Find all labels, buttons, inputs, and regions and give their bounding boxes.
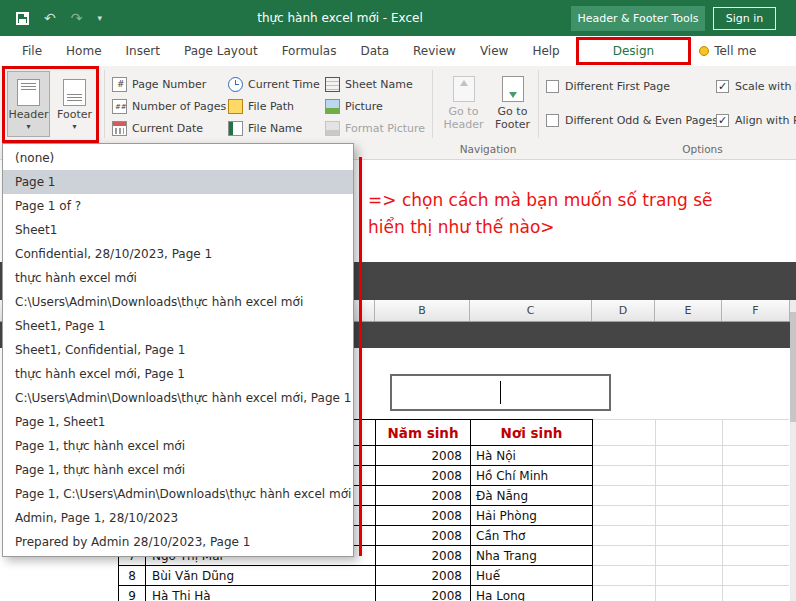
cell-year[interactable]: 2008 bbox=[376, 586, 471, 601]
cell-stt[interactable]: 9 bbox=[119, 586, 146, 601]
footer-button-label: Footer bbox=[57, 108, 92, 121]
cell-city[interactable]: Hạ Long bbox=[471, 586, 593, 601]
picture-button[interactable]: Picture bbox=[325, 97, 383, 116]
gridline bbox=[593, 565, 789, 566]
different-odd-even-label: Different Odd & Even Pages bbox=[565, 114, 718, 127]
redo-icon[interactable]: ↷ bbox=[71, 11, 83, 25]
cell-city[interactable]: Hải Phòng bbox=[471, 506, 593, 526]
cell-year[interactable]: 2008 bbox=[376, 446, 471, 466]
header-dropdown-item[interactable]: Confidential, 28/10/2023, Page 1 bbox=[3, 242, 353, 266]
header-dropdown-item[interactable]: thực hành excel mới, Page 1 bbox=[3, 362, 353, 386]
save-icon[interactable] bbox=[16, 12, 29, 25]
checkbox-icon[interactable] bbox=[546, 80, 559, 93]
header-dropdown-item[interactable]: Page 1 of ? bbox=[3, 194, 353, 218]
gridline bbox=[655, 419, 656, 601]
checkbox-icon[interactable]: ✓ bbox=[716, 114, 729, 127]
page-number-button[interactable]: Page Number bbox=[112, 75, 206, 94]
header-dropdown-item[interactable]: (none) bbox=[3, 146, 353, 170]
gridline bbox=[593, 505, 789, 506]
tab-data[interactable]: Data bbox=[348, 36, 401, 66]
undo-icon[interactable]: ↶ bbox=[44, 11, 56, 25]
tab-view[interactable]: View bbox=[468, 36, 520, 66]
scrollbar-thumb[interactable] bbox=[790, 312, 796, 422]
header-dropdown-item[interactable]: thực hành excel mới bbox=[3, 266, 353, 290]
cell-year[interactable]: 2008 bbox=[376, 566, 471, 586]
header-dropdown-item[interactable]: Sheet1, Confidential, Page 1 bbox=[3, 338, 353, 362]
sign-in-button[interactable]: Sign in bbox=[713, 7, 776, 30]
file-icon bbox=[228, 121, 243, 136]
format-picture-icon bbox=[325, 121, 340, 136]
current-time-button[interactable]: Current Time bbox=[228, 75, 320, 94]
tab-formulas[interactable]: Formulas bbox=[270, 36, 349, 66]
cell-city[interactable]: Hà Nội bbox=[471, 446, 593, 466]
go-to-footer-button[interactable]: Go to Footer bbox=[489, 70, 536, 136]
column-header-F[interactable]: F bbox=[722, 300, 790, 321]
header-dropdown-menu: (none) Page 1 Page 1 of ? Sheet1 Confide… bbox=[2, 143, 354, 557]
customize-qat-icon[interactable]: ▾ bbox=[97, 11, 102, 25]
number-of-pages-button[interactable]: Number of Pages bbox=[112, 97, 226, 116]
align-with-margins-checkbox[interactable]: ✓ Align with P bbox=[716, 114, 796, 127]
column-header-B[interactable]: B bbox=[375, 300, 470, 321]
file-name-button[interactable]: File Name bbox=[228, 119, 302, 138]
cell-year[interactable]: 2008 bbox=[376, 486, 471, 506]
column-header-D[interactable]: D bbox=[592, 300, 655, 321]
cell-year[interactable]: 2008 bbox=[376, 526, 471, 546]
tab-review[interactable]: Review bbox=[401, 36, 468, 66]
header-dropdown-item[interactable]: Prepared by Admin 28/10/2023, Page 1 bbox=[3, 530, 353, 554]
header-dropdown-item[interactable]: Page 1, thực hành excel mới bbox=[3, 434, 353, 458]
different-odd-even-checkbox[interactable]: Different Odd & Even Pages bbox=[546, 114, 718, 127]
cell-city[interactable]: Hồ Chí Minh bbox=[471, 466, 593, 486]
tell-me-box[interactable]: Tell me bbox=[699, 44, 756, 58]
window-title: thực hành excel mới - Excel bbox=[205, 11, 475, 25]
scale-with-document-checkbox[interactable]: ✓ Scale with D bbox=[716, 80, 796, 93]
header-dropdown-item[interactable]: C:\Users\Admin\Downloads\thực hành excel… bbox=[3, 290, 353, 314]
footer-button[interactable]: Footer ▾ bbox=[53, 71, 96, 137]
ribbon-tab-row: File Home Insert Page Layout Formulas Da… bbox=[0, 36, 796, 66]
number-of-pages-icon bbox=[112, 99, 127, 114]
cell-name[interactable]: Bùi Văn Dũng bbox=[146, 566, 376, 586]
cell-stt[interactable]: 8 bbox=[119, 566, 146, 586]
file-path-button[interactable]: File Path bbox=[228, 97, 294, 116]
tab-page-layout[interactable]: Page Layout bbox=[172, 36, 270, 66]
gridline bbox=[593, 485, 789, 486]
column-header-E[interactable]: E bbox=[655, 300, 722, 321]
cell-city[interactable]: Nha Trang bbox=[471, 546, 593, 566]
group-divider bbox=[432, 70, 433, 138]
header-dropdown-item[interactable]: Page 1, C:\Users\Admin\Downloads\thực hà… bbox=[3, 482, 353, 506]
chevron-down-icon: ▾ bbox=[72, 123, 76, 130]
header-icon bbox=[17, 79, 40, 106]
different-first-page-checkbox[interactable]: Different First Page bbox=[546, 80, 670, 93]
table-header-city[interactable]: Nơi sinh bbox=[471, 420, 593, 446]
tab-file[interactable]: File bbox=[10, 36, 54, 66]
annotation-text: => chọn cách mà bạn muốn số trang sẽ hiể… bbox=[368, 187, 713, 241]
tab-help[interactable]: Help bbox=[520, 36, 571, 66]
tab-home[interactable]: Home bbox=[54, 36, 113, 66]
cell-city[interactable]: Đà Nẵng bbox=[471, 486, 593, 506]
sheet-name-button[interactable]: Sheet Name bbox=[325, 75, 413, 94]
cell-name[interactable]: Hà Thị Hà bbox=[146, 586, 376, 601]
cell-city[interactable]: Cần Thơ bbox=[471, 526, 593, 546]
header-button-label: Header bbox=[8, 108, 48, 121]
current-date-button[interactable]: Current Date bbox=[112, 119, 203, 138]
cell-city[interactable]: Huế bbox=[471, 566, 593, 586]
checkbox-icon[interactable] bbox=[546, 114, 559, 127]
tab-insert[interactable]: Insert bbox=[114, 36, 172, 66]
header-dropdown-item[interactable]: Page 1, Sheet1 bbox=[3, 410, 353, 434]
cell-year[interactable]: 2008 bbox=[376, 506, 471, 526]
header-dropdown-item-selected[interactable]: Page 1 bbox=[3, 170, 353, 194]
header-button[interactable]: Header ▾ bbox=[7, 71, 50, 137]
header-dropdown-item[interactable]: C:\Users\Admin\Downloads\thực hành excel… bbox=[3, 386, 353, 410]
header-dropdown-item[interactable]: Page 1, thực hành excel mới bbox=[3, 458, 353, 482]
cell-year[interactable]: 2008 bbox=[376, 466, 471, 486]
checkbox-icon[interactable]: ✓ bbox=[716, 80, 729, 93]
align-with-margins-label: Align with P bbox=[735, 114, 796, 127]
header-dropdown-item[interactable]: Sheet1 bbox=[3, 218, 353, 242]
cell-year[interactable]: 2008 bbox=[376, 546, 471, 566]
header-dropdown-item[interactable]: Sheet1, Page 1 bbox=[3, 314, 353, 338]
header-dropdown-item[interactable]: Admin, Page 1, 28/10/2023 bbox=[3, 506, 353, 530]
picture-label: Picture bbox=[345, 100, 383, 113]
column-header-C[interactable]: C bbox=[470, 300, 592, 321]
group-divider bbox=[538, 70, 539, 138]
tab-design[interactable]: Design bbox=[576, 37, 691, 65]
table-header-year[interactable]: Năm sinh bbox=[376, 420, 471, 446]
